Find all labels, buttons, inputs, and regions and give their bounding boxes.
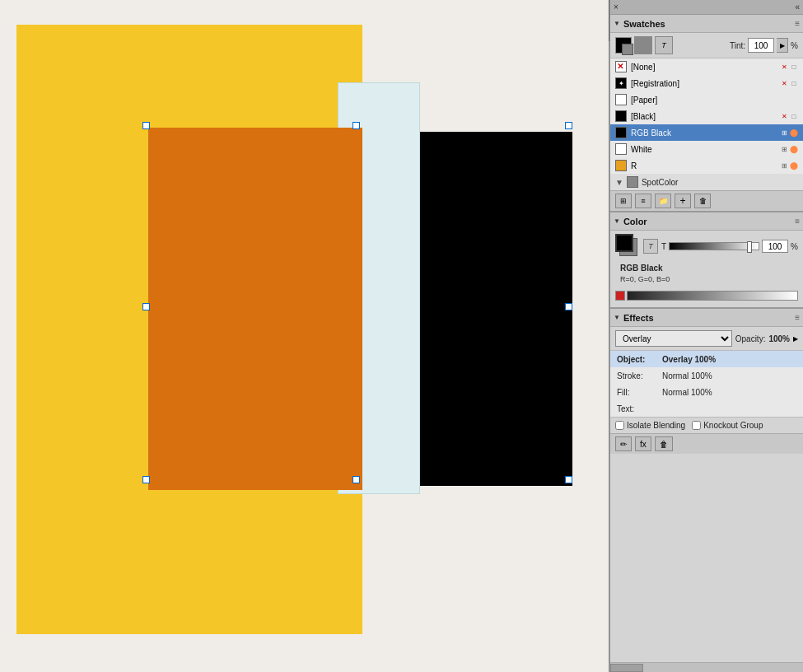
swatches-menu-icon[interactable]: ≡ (795, 19, 800, 28)
swatch-item-white[interactable]: White ⊞ ⬤ (610, 141, 803, 157)
none-x-icon: ✕ (780, 63, 788, 71)
color-arrow-icon[interactable]: ▼ (614, 217, 620, 225)
swatch-item-paper[interactable]: [Paper] (610, 91, 803, 108)
effects-title: ▼ Effects (614, 313, 654, 323)
color-preview-row: T T % (615, 234, 798, 259)
swatch-color-black (615, 110, 627, 122)
swatches-arrow-icon[interactable]: ▼ (614, 20, 620, 27)
effects-row-object[interactable]: Object: Overlay 100% (610, 351, 803, 367)
none-box-icon: □ (790, 63, 798, 71)
effects-checkboxes: Isolate Blending Knockout Group (610, 418, 803, 433)
color-slider-thumb[interactable] (747, 241, 752, 253)
tint-arrow-btn[interactable]: ▶ (777, 38, 788, 53)
blend-mode-select[interactable]: Overlay Normal Multiply Screen (615, 330, 732, 347)
swatch-folder-spotcolor[interactable]: ▼ SpotColor (610, 174, 803, 190)
swatch-color-r (615, 160, 627, 171)
color-sliders: T T % RGB Black R=0, G=0, B=0 (610, 231, 803, 287)
opacity-arrow-btn[interactable]: ▶ (793, 335, 798, 343)
gradient-bar[interactable] (627, 291, 798, 301)
swatch-item-black[interactable]: [Black] ✕ □ (610, 108, 803, 124)
reg-box-icon: □ (790, 79, 798, 87)
handle-ml[interactable] (142, 303, 150, 310)
canvas-area (0, 0, 609, 672)
fill-color-btn[interactable] (615, 37, 632, 54)
swatch-delete-btn[interactable]: 🗑 (694, 194, 711, 208)
swatch-grid-btn[interactable]: ⊞ (615, 194, 632, 208)
right-panel: × « ▼ Swatches ≡ T Tint: ▶ % (609, 0, 803, 672)
effects-menu-icon[interactable]: ≡ (795, 313, 800, 322)
color-slider-container: T % (661, 240, 798, 253)
effects-object-value: Overlay 100% (662, 355, 716, 364)
horizontal-scrollbar[interactable] (610, 662, 803, 672)
swatch-name-rgb-black: RGB Black (631, 128, 776, 138)
scrollbar-thumb[interactable] (610, 664, 643, 672)
color-title: ▼ Color (614, 217, 647, 226)
swatch-folder-btn[interactable]: 📁 (655, 194, 671, 208)
swatch-icons-black: ✕ □ (780, 112, 798, 120)
swatch-item-r[interactable]: R ⊞ ⬤ (610, 157, 803, 174)
opacity-value: 100% (768, 334, 790, 343)
color-name-row: RGB Black (615, 262, 798, 274)
color-t-btn[interactable]: T (643, 239, 658, 254)
effects-header: ▼ Effects ≡ (610, 309, 803, 327)
swatch-item-rgb-black[interactable]: RGB Black ⊞ ⬤ (610, 124, 803, 141)
rect-black[interactable] (420, 132, 572, 486)
stroke-color-btn[interactable] (634, 36, 652, 54)
color-fg-swatch (615, 234, 633, 252)
knockout-group-label: Knockout Group (703, 421, 763, 430)
handle-bm[interactable] (352, 476, 360, 483)
effects-stroke-value: Normal 100% (662, 371, 712, 380)
handle-tl[interactable] (142, 122, 150, 129)
folder-expand-icon: ▼ (615, 178, 623, 187)
effects-table: Object: Overlay 100% Stroke: Normal 100%… (610, 350, 803, 418)
color-rgb-values: R=0, G=0, B=0 (615, 274, 798, 284)
swatches-bottom-toolbar: ⊞ ≡ 📁 + 🗑 (610, 190, 803, 211)
color-header: ▼ Color ≡ (610, 212, 803, 231)
color-title-label: Color (623, 217, 647, 226)
swatch-list-btn[interactable]: ≡ (635, 194, 651, 208)
text-color-btn[interactable]: T (655, 36, 673, 54)
effects-row-text[interactable]: Text: (610, 400, 803, 417)
color-slider-t-label: T (661, 242, 666, 251)
r-rgb-icon: ⬤ (790, 161, 798, 170)
swatch-item-none[interactable]: ✕ [None] ✕ □ (610, 58, 803, 75)
handle-tr[interactable] (565, 122, 572, 129)
color-value-input[interactable] (762, 240, 788, 253)
effects-arrow-icon[interactable]: ▼ (614, 314, 620, 321)
tint-input[interactable] (748, 38, 774, 53)
close-icon[interactable]: × (614, 2, 619, 12)
color-slider[interactable] (669, 242, 759, 250)
collapse-icon[interactable]: « (795, 2, 800, 12)
color-swatch-stack (615, 234, 640, 259)
effects-controls: Overlay Normal Multiply Screen Opacity: … (610, 327, 803, 350)
swatch-list: ✕ [None] ✕ □ ✦ [Registration] ✕ □ (610, 58, 803, 190)
swatch-name-black: [Black] (631, 112, 776, 121)
handle-mr[interactable] (565, 303, 572, 310)
rgbblack-cmyk-icon: ⊞ (780, 128, 788, 137)
effects-fx-btn[interactable]: fx (635, 436, 651, 451)
isolate-blending-checkbox-label[interactable]: Isolate Blending (615, 421, 685, 430)
effects-object-label: Object: (617, 355, 662, 364)
swatch-item-registration[interactable]: ✦ [Registration] ✕ □ (610, 75, 803, 91)
effects-delete-btn[interactable]: 🗑 (655, 436, 673, 451)
effects-title-label: Effects (623, 313, 654, 323)
rect-orange[interactable] (148, 128, 362, 490)
color-menu-icon[interactable]: ≡ (795, 217, 800, 226)
isolate-blending-label: Isolate Blending (627, 421, 685, 430)
effects-edit-btn[interactable]: ✏ (615, 436, 632, 451)
swatch-color-none: ✕ (615, 61, 627, 72)
effects-row-stroke[interactable]: Stroke: Normal 100% (610, 367, 803, 384)
knockout-group-checkbox-label[interactable]: Knockout Group (692, 421, 763, 430)
effects-row-fill[interactable]: Fill: Normal 100% (610, 384, 803, 400)
knockout-group-checkbox[interactable] (692, 421, 701, 430)
swatch-name-r: R (631, 161, 776, 170)
handle-tm[interactable] (352, 122, 360, 129)
swatch-new-btn[interactable]: + (675, 194, 691, 208)
isolate-blending-checkbox[interactable] (615, 421, 624, 430)
panel-top-bar: × « (610, 0, 803, 15)
handle-br[interactable] (565, 476, 572, 483)
swatch-color-rgb-black (615, 127, 627, 138)
folder-name-label: SpotColor (642, 178, 678, 187)
reg-x-icon: ✕ (780, 79, 788, 87)
handle-bl[interactable] (142, 476, 150, 483)
